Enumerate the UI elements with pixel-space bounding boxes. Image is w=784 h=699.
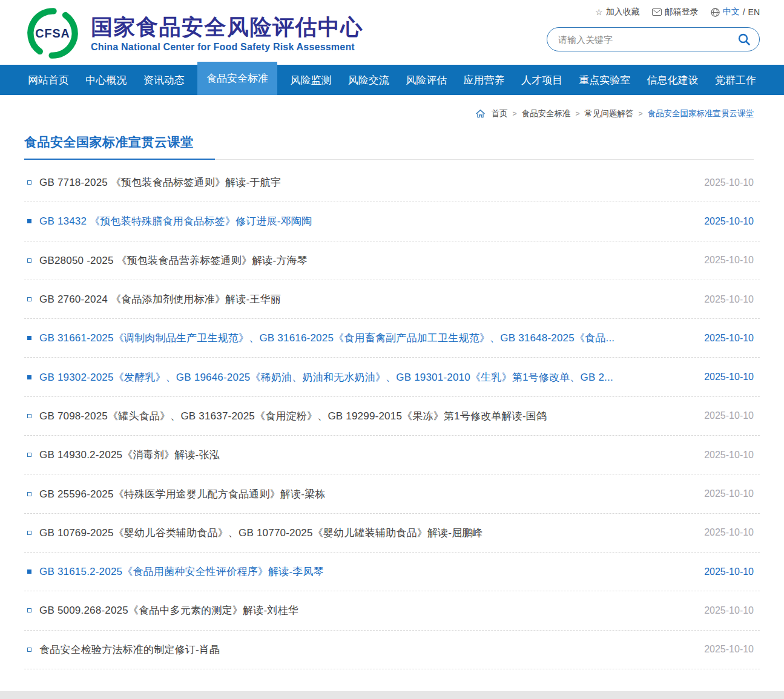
list-item-date: 2025-10-10 bbox=[704, 566, 754, 577]
bullet-square-icon bbox=[27, 219, 31, 223]
title-underline bbox=[24, 159, 760, 160]
cfsa-logo-text: CFSA bbox=[35, 26, 70, 39]
nav-item[interactable]: 食品安全标准 bbox=[197, 62, 277, 95]
nav-item[interactable]: 信息化建设 bbox=[644, 65, 702, 95]
nav-item[interactable]: 网站首页 bbox=[24, 65, 73, 95]
breadcrumb-item[interactable]: 食品安全标准 bbox=[521, 108, 570, 119]
bullet-square-icon bbox=[27, 453, 31, 457]
list-item[interactable]: 食品安全检验方法标准的制定修订-肖晶 2025-10-10 bbox=[24, 631, 760, 669]
nav-item[interactable]: 风险交流 bbox=[344, 65, 393, 95]
list-item-title[interactable]: GB 10769-2025《婴幼儿谷类辅助食品》、GB 10770-2025《婴… bbox=[39, 526, 687, 540]
breadcrumb: 首页 > 食品安全标准 > 常见问题解答 > 食品安全国家标准宣贯云课堂 bbox=[476, 108, 754, 119]
nav-item[interactable]: 党群工作 bbox=[711, 65, 760, 95]
mail-login-link[interactable]: 邮箱登录 bbox=[652, 7, 699, 18]
list-item-date: 2025-10-10 bbox=[704, 216, 754, 227]
breadcrumb-label: 食品安全国家标准宣贯云课堂 bbox=[648, 109, 754, 118]
site-title: 国家食品安全风险评估中心 bbox=[91, 15, 363, 39]
bullet-square-icon bbox=[27, 648, 31, 652]
list-item-title[interactable]: GB 14930.2-2025《消毒剂》解读-张泓 bbox=[39, 448, 687, 462]
favorite-link[interactable]: ☆ 加入收藏 bbox=[595, 7, 640, 18]
nav-item-label: 食品安全标准 bbox=[206, 71, 268, 85]
list-item-title[interactable]: GB 7098-2025《罐头食品》、GB 31637-2025《食用淀粉》、G… bbox=[39, 409, 687, 423]
breadcrumb-item[interactable]: 常见问题解答 bbox=[584, 108, 633, 119]
breadcrumb-row: 首页 > 食品安全标准 > 常见问题解答 > 食品安全国家标准宣贯云课堂 bbox=[0, 95, 784, 119]
list-item-title[interactable]: GB 5009.268-2025《食品中多元素的测定》解读-刘桂华 bbox=[39, 603, 687, 617]
blue-rule-segment bbox=[24, 159, 215, 160]
list-item[interactable]: GB 7718-2025 《预包装食品标签通则》解读-于航宇 2025-10-1… bbox=[24, 163, 760, 202]
breadcrumb-label: 食品安全标准 bbox=[521, 109, 570, 118]
list-item[interactable]: GB 19302-2025《发酵乳》、GB 19646-2025《稀奶油、奶油和… bbox=[24, 358, 760, 396]
nav-item[interactable]: 应用营养 bbox=[460, 65, 509, 95]
list-item[interactable]: GB 10769-2025《婴幼儿谷类辅助食品》、GB 10770-2025《婴… bbox=[24, 514, 760, 553]
article-list: GB 7718-2025 《预包装食品标签通则》解读-于航宇 2025-10-1… bbox=[24, 163, 760, 669]
list-item-title[interactable]: GB 31661-2025《调制肉制品生产卫生规范》、GB 31616-2025… bbox=[39, 331, 687, 345]
breadcrumb-separator: > bbox=[575, 110, 579, 118]
logo-area: CFSA 国家食品安全风险评估中心 China National Center … bbox=[24, 0, 363, 65]
list-item-date: 2025-10-10 bbox=[704, 605, 754, 616]
list-item-date: 2025-10-10 bbox=[704, 488, 754, 499]
nav-item[interactable]: 重点实验室 bbox=[575, 65, 634, 95]
lang-divider: / bbox=[743, 7, 745, 17]
bullet-square-icon bbox=[27, 258, 31, 263]
search-button[interactable] bbox=[737, 33, 751, 46]
home-icon bbox=[476, 110, 485, 118]
site-header: CFSA 国家食品安全风险评估中心 China National Center … bbox=[0, 0, 784, 65]
list-item-date: 2025-10-10 bbox=[704, 255, 754, 266]
nav-item-label: 信息化建设 bbox=[647, 73, 699, 87]
nav-item-label: 人才项目 bbox=[521, 73, 562, 87]
main-content: 食品安全国家标准宣贯云课堂 GB 7718-2025 《预包装食品标签通则》解读… bbox=[0, 134, 784, 669]
breadcrumb-separator: > bbox=[512, 110, 516, 118]
header-right: ☆ 加入收藏 邮箱登录 中文 / EN bbox=[547, 0, 760, 65]
list-item-date: 2025-10-10 bbox=[704, 527, 754, 538]
nav-item[interactable]: 风险评估 bbox=[402, 65, 450, 95]
list-item-title[interactable]: GB 13432 《预包装特殊膳食用食品标签》修订进展-邓陶陶 bbox=[39, 214, 687, 228]
envelope-icon bbox=[652, 8, 662, 16]
breadcrumb-item[interactable]: 首页 bbox=[491, 108, 507, 119]
star-icon: ☆ bbox=[595, 7, 603, 17]
list-item-date: 2025-10-10 bbox=[704, 372, 754, 382]
list-item[interactable]: GB 2760-2024 《食品添加剂使用标准》解读-王华丽 2025-10-1… bbox=[24, 280, 760, 319]
list-item[interactable]: GB 5009.268-2025《食品中多元素的测定》解读-刘桂华 2025-1… bbox=[24, 591, 760, 630]
list-item-date: 2025-10-10 bbox=[704, 410, 754, 421]
language-switch[interactable]: 中文 / EN bbox=[711, 7, 760, 18]
list-item-title[interactable]: GB 19302-2025《发酵乳》、GB 19646-2025《稀奶油、奶油和… bbox=[39, 370, 687, 384]
nav-item[interactable]: 资讯动态 bbox=[140, 65, 188, 95]
list-item-title[interactable]: GB 31615.2-2025《食品用菌种安全性评价程序》解读-李凤琴 bbox=[39, 565, 687, 579]
bullet-square-icon bbox=[27, 414, 31, 418]
nav-item[interactable]: 风险监测 bbox=[286, 65, 335, 95]
list-item[interactable]: GB 13432 《预包装特殊膳食用食品标签》修订进展-邓陶陶 2025-10-… bbox=[24, 202, 760, 241]
nav-item-label: 中心概况 bbox=[85, 73, 127, 87]
nav-item[interactable]: 中心概况 bbox=[82, 65, 130, 95]
list-item[interactable]: GB 31661-2025《调制肉制品生产卫生规范》、GB 31616-2025… bbox=[24, 319, 760, 358]
mail-login-label: 邮箱登录 bbox=[665, 7, 699, 18]
nav-item[interactable]: 人才项目 bbox=[518, 65, 566, 95]
list-item-title[interactable]: 食品安全检验方法标准的制定修订-肖晶 bbox=[39, 643, 687, 657]
list-item[interactable]: GB 14930.2-2025《消毒剂》解读-张泓 2025-10-10 bbox=[24, 436, 760, 474]
favorite-label: 加入收藏 bbox=[606, 7, 640, 18]
bullet-square-icon bbox=[27, 531, 31, 535]
lang-en[interactable]: EN bbox=[748, 7, 760, 17]
site-subtitle: China National Center for Food Safety Ri… bbox=[91, 42, 363, 53]
lang-cn[interactable]: 中文 bbox=[723, 7, 740, 18]
site-titles: 国家食品安全风险评估中心 China National Center for F… bbox=[91, 15, 363, 52]
list-item[interactable]: GB 25596-2025《特殊医学用途婴儿配方食品通则》解读-梁栋 2025-… bbox=[24, 474, 760, 513]
list-item[interactable]: GB 7098-2025《罐头食品》、GB 31637-2025《食用淀粉》、G… bbox=[24, 397, 760, 436]
breadcrumb-item[interactable]: 食品安全国家标准宣贯云课堂 bbox=[648, 108, 754, 119]
list-item-date: 2025-10-10 bbox=[704, 644, 754, 655]
nav-item-label: 网站首页 bbox=[28, 73, 69, 87]
list-item-title[interactable]: GB 25596-2025《特殊医学用途婴儿配方食品通则》解读-梁栋 bbox=[39, 487, 687, 501]
list-item-title[interactable]: GB 7718-2025 《预包装食品标签通则》解读-于航宇 bbox=[39, 176, 687, 189]
nav-item-label: 风险交流 bbox=[348, 73, 389, 87]
globe-icon bbox=[711, 8, 720, 17]
list-item[interactable]: GB 31615.2-2025《食品用菌种安全性评价程序》解读-李凤琴 2025… bbox=[24, 553, 760, 591]
breadcrumb-label: 常见问题解答 bbox=[584, 109, 633, 118]
list-item-title[interactable]: GB 2760-2024 《食品添加剂使用标准》解读-王华丽 bbox=[39, 292, 687, 306]
search-input[interactable] bbox=[558, 34, 737, 45]
list-item-date: 2025-10-10 bbox=[704, 294, 754, 305]
nav-item-label: 资讯动态 bbox=[143, 73, 185, 87]
nav-item-label: 风险监测 bbox=[290, 73, 331, 87]
bullet-square-icon bbox=[27, 180, 31, 185]
list-item-date: 2025-10-10 bbox=[704, 450, 754, 461]
list-item-title[interactable]: GB28050 -2025 《预包装食品营养标签通则》解读-方海琴 bbox=[39, 254, 687, 267]
list-item[interactable]: GB28050 -2025 《预包装食品营养标签通则》解读-方海琴 2025-1… bbox=[24, 241, 760, 280]
